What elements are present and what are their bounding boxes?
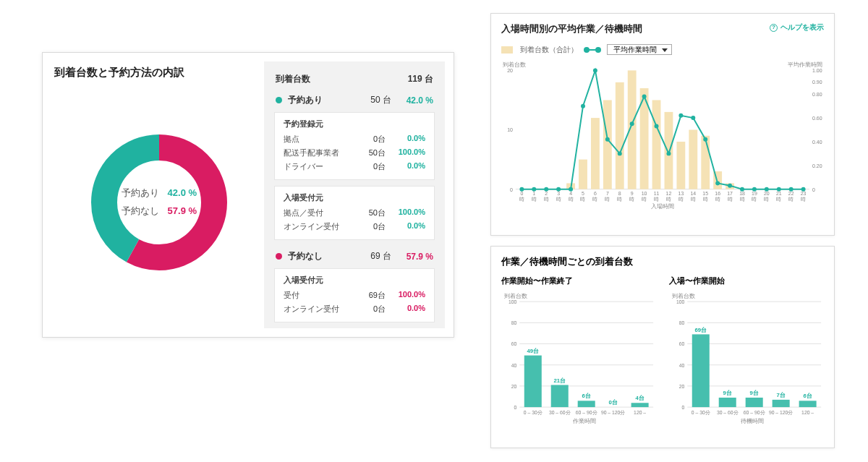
svg-rect-7: [616, 82, 624, 189]
svg-text:時: 時: [617, 197, 622, 202]
svg-text:時: 時: [764, 197, 769, 202]
svg-text:49台: 49台: [527, 348, 539, 354]
svg-text:0 – 30分: 0 – 30分: [692, 410, 710, 415]
svg-text:19: 19: [752, 191, 757, 196]
svg-text:120 –: 120 –: [801, 410, 814, 415]
svg-text:30 – 60分: 30 – 60分: [549, 410, 571, 415]
svg-text:90 – 120分: 90 – 120分: [769, 410, 793, 415]
histogram-wait-title: 入場〜作業開始: [669, 275, 824, 286]
svg-text:6台: 6台: [803, 393, 812, 399]
svg-text:40: 40: [679, 363, 685, 368]
svg-text:1: 1: [532, 191, 535, 196]
y-left-tick: 20: [507, 68, 513, 73]
y-right-tick: 0.80: [812, 92, 822, 97]
svg-point-27: [642, 95, 647, 99]
svg-rect-103: [551, 385, 569, 407]
unreserved-count: 69 台: [351, 250, 391, 262]
row-label: 拠点: [284, 134, 349, 145]
svg-point-24: [605, 137, 610, 142]
svg-rect-129: [719, 398, 736, 407]
svg-text:9: 9: [631, 191, 634, 196]
total-label: 到着台数: [276, 73, 351, 85]
row-count: 0台: [349, 221, 386, 232]
svg-rect-135: [799, 401, 817, 407]
mini-y-title: 到着台数: [672, 293, 695, 299]
svg-text:時: 時: [801, 197, 806, 202]
y-right-tick: 0: [812, 187, 815, 192]
row-pct: 100.0%: [386, 147, 425, 158]
unreserved-label: 予約なし: [288, 250, 351, 262]
reserved-count: 50 台: [351, 94, 391, 106]
unreserved-checkin-title: 入場受付元: [284, 275, 425, 286]
svg-rect-133: [773, 400, 790, 407]
svg-text:時: 時: [728, 197, 733, 202]
hourly-work-wait-card: 入場時間別の平均作業／待機時間 ? ヘルプを表示 到着台数（合計） 平均作業時間…: [490, 13, 835, 236]
help-icon: ?: [770, 24, 778, 32]
arrivals-left-col: 到着台数と予約方法の内訳 予約あり 42.0 % 予約なし 57.9 %: [54, 66, 264, 324]
svg-text:8: 8: [618, 191, 621, 196]
svg-text:10: 10: [642, 191, 647, 196]
row-label: オンライン受付: [284, 221, 349, 232]
arrivals-title: 到着台数と予約方法の内訳: [54, 66, 264, 80]
svg-text:100: 100: [509, 299, 517, 304]
donut-center-labels: 予約あり 42.0 % 予約なし 57.9 %: [122, 184, 197, 220]
svg-text:4: 4: [569, 191, 572, 196]
svg-text:22: 22: [788, 191, 794, 196]
svg-text:60 – 90分: 60 – 90分: [744, 410, 765, 415]
legend-bar-swatch: [501, 46, 513, 54]
row-count: 0台: [349, 161, 386, 172]
svg-rect-6: [603, 100, 612, 189]
svg-text:時: 時: [569, 197, 574, 202]
unreserved-checkin-block: 入場受付元 受付69台100.0% オンライン受付0台0.0%: [274, 268, 435, 322]
svg-text:2: 2: [545, 191, 548, 196]
svg-text:60: 60: [511, 341, 517, 346]
duration-histograms-card: 作業／待機時間ごとの到着台数 作業開始〜作業終了 到着台数 0204060801…: [490, 246, 835, 448]
help-text: ヘルプを表示: [780, 22, 824, 33]
svg-text:12: 12: [666, 191, 672, 196]
row-label: 拠点／受付: [284, 208, 349, 218]
duration-title: 作業／待機時間ごとの到着台数: [501, 255, 824, 268]
svg-point-28: [655, 124, 659, 129]
series-select[interactable]: 平均作業時間: [607, 44, 672, 55]
reserved-source-block: 予約登録元 拠点0台0.0% 配送手配事業者50台100.0% ドライバー0台0…: [274, 112, 435, 180]
svg-text:時: 時: [703, 197, 708, 202]
y-right-tick: 0.90: [812, 80, 822, 85]
mini-x-title: 作業時間: [572, 418, 596, 424]
svg-rect-11: [665, 112, 673, 189]
legend-bar-label: 到着台数（合計）: [520, 45, 578, 55]
mini-y-title: 到着台数: [504, 293, 527, 299]
arrivals-donut: 予約あり 42.0 % 予約なし 57.9 %: [87, 130, 231, 275]
svg-text:時: 時: [642, 197, 647, 202]
row-count: 50台: [349, 208, 386, 218]
svg-text:時: 時: [532, 197, 537, 202]
svg-text:0: 0: [682, 405, 685, 410]
row-label: 配送手配事業者: [284, 147, 349, 158]
svg-text:6台: 6台: [582, 393, 591, 399]
svg-text:69台: 69台: [694, 327, 707, 333]
svg-text:時: 時: [605, 197, 610, 202]
unreserved-row: 予約なし 69 台 57.9 %: [274, 246, 435, 267]
svg-text:9台: 9台: [750, 390, 759, 396]
row-pct: 0.0%: [386, 134, 425, 145]
svg-point-31: [691, 116, 695, 120]
row-pct: 100.0%: [386, 290, 425, 301]
help-link[interactable]: ? ヘルプを表示: [770, 22, 824, 33]
svg-text:5: 5: [582, 191, 584, 196]
donut-unreserved-key: 予約なし: [122, 205, 159, 216]
svg-text:18: 18: [739, 191, 745, 196]
svg-text:20: 20: [679, 384, 685, 389]
svg-text:11: 11: [654, 191, 660, 196]
svg-text:21台: 21台: [553, 377, 566, 384]
svg-point-34: [728, 184, 732, 188]
svg-text:時: 時: [544, 197, 549, 202]
row-pct: 0.0%: [386, 304, 425, 315]
svg-point-25: [618, 151, 622, 155]
svg-text:20: 20: [764, 191, 770, 196]
svg-text:15: 15: [702, 191, 708, 196]
x-title: 入場時間: [651, 203, 674, 210]
svg-text:7台: 7台: [776, 392, 785, 398]
svg-rect-131: [746, 398, 763, 407]
svg-point-23: [593, 68, 597, 72]
svg-text:時: 時: [678, 197, 684, 202]
svg-text:120 –: 120 –: [634, 410, 646, 415]
